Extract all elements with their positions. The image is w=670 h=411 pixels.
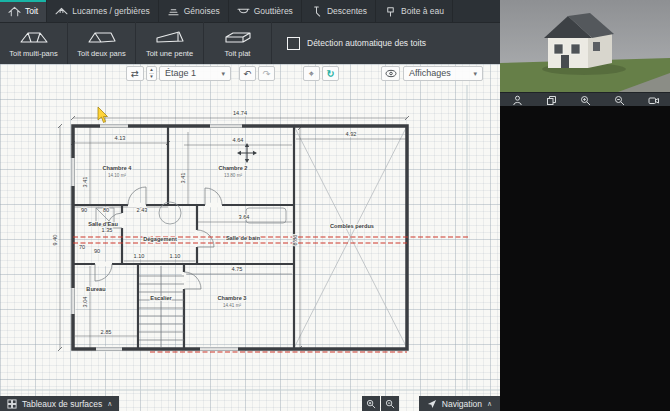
center-view-button[interactable]: ⌖	[303, 66, 320, 81]
dimension-label: 90	[81, 207, 87, 213]
refresh-button[interactable]: ↻	[322, 66, 339, 81]
floorplan-canvas[interactable]: Chambre 414.10 m²Chambre 213.80 m²Salle …	[0, 64, 500, 411]
tab-toit[interactable]: Toit	[0, 0, 47, 22]
eye-icon	[385, 69, 397, 78]
dormer-icon	[55, 6, 68, 17]
compare-views-icon[interactable]	[546, 95, 557, 106]
staircase-symbol	[139, 266, 184, 348]
mouse-cursor	[98, 107, 108, 123]
room-label-escalier: Escalier	[150, 295, 172, 301]
floor-stepper[interactable]: ▲ ▼	[146, 66, 157, 81]
gable-roof-icon	[87, 29, 117, 46]
dimension-label: 70	[79, 244, 85, 250]
refresh-icon: ↻	[327, 69, 335, 79]
zoom-out-button[interactable]	[381, 396, 399, 411]
tab-lucarnes[interactable]: Lucarnes / gerbières	[47, 0, 159, 22]
swap-view-button[interactable]: ⇄	[126, 66, 144, 81]
room-label-chambre-4: Chambre 4	[103, 165, 133, 171]
room-label-d-gagement: Dégagement	[143, 236, 177, 242]
room-label-bureau: Bureau	[86, 286, 106, 292]
gutter-icon	[237, 6, 250, 17]
ribbon-tabs: Toit Lucarnes / gerbières Génoises Goutt…	[0, 0, 500, 23]
step-down-icon[interactable]: ▼	[149, 73, 153, 80]
tool-toit-plat[interactable]: Toit plat	[204, 22, 272, 64]
3d-viewport[interactable]	[500, 0, 670, 92]
affichages-label: Affichages	[409, 69, 451, 78]
room-area: 14.41 m²	[223, 303, 242, 308]
tool-label: Toit plat	[225, 49, 251, 58]
auto-detect-label: Détection automatique des toits	[307, 38, 426, 48]
dimension-label: 1.10	[170, 253, 181, 259]
chevron-down-icon: ▾	[221, 70, 225, 77]
hip-roof-icon	[19, 29, 49, 46]
dimension-label: 3.41	[180, 173, 186, 184]
tool-label: Toit deux pans	[77, 49, 125, 58]
tab-label: Gouttières	[254, 6, 293, 16]
zoom-in-button[interactable]	[362, 396, 380, 411]
mono-pitch-roof-icon	[155, 29, 185, 46]
tab-genoises[interactable]: Génoises	[159, 0, 229, 22]
room-label-chambre-3: Chambre 3	[218, 295, 247, 301]
downpipe-icon	[310, 6, 323, 17]
tool-label: Toit multi-pans	[9, 49, 57, 58]
undo-button[interactable]: ↶	[239, 66, 256, 81]
canvas-toolbar: ⇄ ▲ ▼ Étage 1 ▾ ↶ ↷ ⌖ ↻ Affichages ▾	[126, 66, 483, 81]
floor-selector[interactable]: Étage 1 ▾	[159, 66, 231, 81]
top-toolbar: Toit Lucarnes / gerbières Génoises Goutt…	[0, 0, 500, 64]
dimension-label: 3.41	[82, 177, 88, 188]
water-box-icon	[384, 6, 397, 17]
table-icon	[7, 399, 17, 409]
tab-label: Lucarnes / gerbières	[72, 6, 150, 16]
dimension-label: 4.75	[232, 266, 243, 272]
dimension-label: 3.04	[82, 297, 88, 308]
roof-icon	[8, 6, 21, 17]
dimension-label: 2.85	[101, 329, 112, 335]
chevron-down-icon: ▾	[473, 70, 477, 77]
tool-toit-deux-pans[interactable]: Toit deux pans	[68, 22, 136, 64]
affichages-dropdown[interactable]: Affichages ▾	[403, 66, 483, 81]
dimension-label: 80	[103, 207, 109, 213]
dimension-label: 1.10	[134, 253, 145, 259]
zoom-in-icon	[366, 399, 376, 409]
dimension-label: 4.64	[233, 137, 244, 143]
tab-label: Génoises	[184, 6, 220, 16]
tab-descentes[interactable]: Descentes	[302, 0, 376, 22]
tool-label: Toit une pente	[146, 49, 193, 58]
tab-label: Descentes	[327, 6, 367, 16]
cornice-icon	[167, 6, 180, 17]
tab-gouttieres[interactable]: Gouttières	[229, 0, 302, 22]
dimension-label: 4.13	[115, 135, 126, 141]
redo-button[interactable]: ↷	[258, 66, 275, 81]
dimension-label: 4.92	[346, 131, 357, 137]
dimension-label: 14.74	[233, 110, 247, 116]
room-label-chambre-2: Chambre 2	[219, 165, 248, 171]
surfaces-panel-button[interactable]: Tableaux de surfaces ∧	[0, 396, 119, 411]
zoom-out-icon	[385, 399, 395, 409]
room-area: 13.80 m²	[224, 173, 243, 178]
right-panel	[500, 0, 670, 411]
surfaces-panel-label: Tableaux de surfaces	[22, 399, 102, 409]
right-panel-empty-area	[500, 106, 670, 411]
auto-detect-option: Détection automatique des toits	[272, 22, 426, 64]
zoom-in-icon[interactable]	[580, 95, 591, 106]
dimension-label: 8.86	[292, 235, 298, 246]
undo-icon: ↶	[244, 69, 252, 79]
target-icon: ⌖	[309, 69, 314, 79]
tool-toit-multi-pans[interactable]: Toit multi-pans	[0, 22, 68, 64]
zoom-out-icon[interactable]	[614, 95, 625, 106]
camera-icon[interactable]	[648, 95, 659, 106]
tool-toit-une-pente[interactable]: Toit une pente	[136, 22, 204, 64]
room-label-salle-de-bain: Salle de bain	[226, 235, 261, 241]
visibility-toggle-button[interactable]	[381, 66, 400, 81]
dimension-label: 2.43	[137, 207, 148, 213]
dimension-label: 9.40	[52, 235, 58, 246]
navigation-panel-button[interactable]: Navigation ∧	[419, 396, 500, 411]
move-handle-icon[interactable]	[237, 143, 257, 163]
auto-detect-checkbox[interactable]	[287, 37, 300, 50]
chevron-up-icon: ∧	[487, 400, 492, 408]
walkthrough-person-icon[interactable]	[512, 95, 523, 106]
tab-boite-a-eau[interactable]: Boite à eau	[376, 0, 453, 22]
chevron-up-icon: ∧	[107, 400, 112, 408]
dimension-label: 3.64	[239, 214, 250, 220]
room-area: 14.10 m²	[108, 173, 127, 178]
